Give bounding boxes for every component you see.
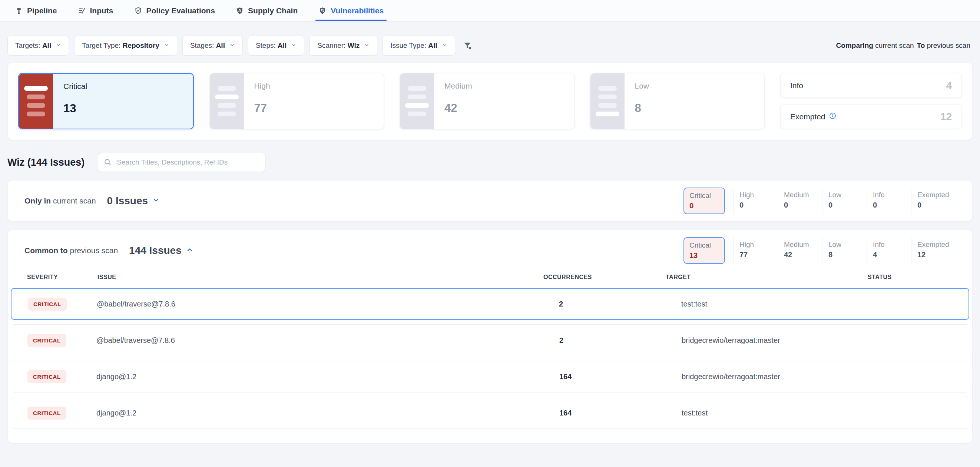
count-value: 0 bbox=[740, 201, 778, 210]
col-severity: SEVERITY bbox=[27, 274, 97, 281]
table-row[interactable]: CRITICAL @babel/traverse@7.8.6 2 bridgec… bbox=[11, 324, 969, 356]
count-exempted[interactable]: Exempted 0 bbox=[911, 187, 956, 214]
tab-label: Supply Chain bbox=[248, 6, 298, 15]
section-header: Only in current scan 0 Issues Critical 0… bbox=[8, 181, 972, 221]
tab-label: Vulnerabilities bbox=[331, 6, 383, 15]
filter-issue-type[interactable]: Issue Type: All bbox=[382, 36, 455, 56]
count-value: 0 bbox=[873, 201, 911, 210]
target-cell: bridgecrewio/terragoat:master bbox=[682, 372, 884, 381]
chevron-down-icon bbox=[152, 197, 160, 205]
search-input[interactable] bbox=[98, 153, 266, 172]
issue-cell: django@1.2 bbox=[96, 372, 559, 381]
count-value: 12 bbox=[917, 251, 956, 259]
severity-card-value: 42 bbox=[444, 102, 472, 115]
search-wrap bbox=[98, 153, 266, 172]
filter-steps[interactable]: Steps: All bbox=[248, 36, 304, 56]
scanner-heading: Wiz (144 Issues) bbox=[7, 157, 84, 168]
section-issues-toggle[interactable]: 144 Issues bbox=[129, 245, 194, 256]
count-info[interactable]: Info 4 bbox=[867, 237, 911, 264]
col-issue: ISSUE bbox=[97, 274, 543, 281]
tab-pipeline[interactable]: Pipeline bbox=[14, 0, 58, 21]
severity-card-critical[interactable]: Critical 13 bbox=[18, 73, 194, 129]
count-medium[interactable]: Medium 0 bbox=[778, 187, 822, 214]
count-info[interactable]: Info 0 bbox=[867, 187, 911, 214]
section-title: Only in current scan bbox=[24, 197, 96, 205]
count-high[interactable]: High 77 bbox=[733, 237, 778, 264]
count-value: 4 bbox=[873, 251, 911, 259]
count-value: 0 bbox=[917, 201, 956, 210]
count-label: Critical bbox=[689, 192, 719, 200]
severity-counts: Critical 0 High 0 Medium 0 Low 0 Info 0 … bbox=[684, 187, 956, 214]
severity-bars-icon bbox=[210, 73, 244, 129]
occurrences-cell: 164 bbox=[559, 372, 682, 381]
table-row[interactable]: CRITICAL @babel/traverse@7.8.6 2 test:te… bbox=[11, 288, 969, 320]
severity-card-medium[interactable]: Medium 42 bbox=[399, 73, 574, 129]
count-label: Critical bbox=[689, 241, 719, 249]
filter-scanner[interactable]: Scanner: Wiz bbox=[310, 36, 377, 56]
issue-cell: @babel/traverse@7.8.6 bbox=[96, 336, 559, 345]
count-low[interactable]: Low 0 bbox=[822, 187, 867, 214]
table-row[interactable]: CRITICAL django@1.2 164 bridgecrewio/ter… bbox=[11, 361, 969, 392]
count-value: 8 bbox=[829, 251, 867, 259]
count-exempted[interactable]: Exempted 12 bbox=[911, 237, 956, 264]
chevron-down-icon bbox=[364, 41, 369, 50]
issue-cell: @babel/traverse@7.8.6 bbox=[97, 300, 559, 308]
severity-card-label: Info bbox=[790, 81, 803, 90]
count-value: 13 bbox=[689, 251, 719, 260]
section-header: Common to previous scan 144 Issues Criti… bbox=[8, 230, 972, 271]
severity-summary: Critical 13 High 77 Medium 42 Low 8 I bbox=[7, 62, 973, 140]
scanner-row: Wiz (144 Issues) bbox=[7, 153, 973, 172]
tab-vulnerabilities[interactable]: Vulnerabilities bbox=[318, 0, 384, 21]
target-cell: bridgecrewio/terragoat:master bbox=[682, 336, 884, 345]
severity-card-info[interactable]: Info 4 bbox=[780, 73, 962, 98]
section-issues-count: 0 Issues bbox=[107, 195, 148, 207]
chevron-down-icon bbox=[442, 41, 447, 50]
filter-targets[interactable]: Targets: All bbox=[7, 36, 69, 56]
inputs-icon bbox=[78, 7, 86, 15]
tab-supply-chain[interactable]: Supply Chain bbox=[235, 0, 298, 21]
section-issues-count: 144 Issues bbox=[129, 245, 181, 256]
section-common-to-previous: Common to previous scan 144 Issues Criti… bbox=[7, 230, 973, 443]
tab-label: Inputs bbox=[90, 6, 113, 15]
count-value: 0 bbox=[829, 201, 867, 210]
chevron-up-icon bbox=[186, 246, 194, 255]
issue-cell: django@1.2 bbox=[96, 409, 559, 417]
severity-badge: CRITICAL bbox=[27, 407, 66, 419]
severity-card-value: 8 bbox=[635, 102, 649, 115]
chevron-down-icon bbox=[229, 41, 235, 50]
count-low[interactable]: Low 8 bbox=[822, 237, 867, 264]
count-label: Low bbox=[829, 191, 867, 199]
search-icon bbox=[104, 158, 111, 168]
severity-badge: CRITICAL bbox=[27, 334, 66, 347]
count-critical[interactable]: Critical 0 bbox=[684, 187, 725, 214]
filter-target-type[interactable]: Target Type: Repository bbox=[74, 36, 177, 56]
clear-filters-icon[interactable] bbox=[463, 41, 472, 51]
target-cell: test:test bbox=[681, 300, 883, 308]
count-label: High bbox=[740, 241, 778, 249]
count-label: Medium bbox=[784, 241, 822, 249]
occurrences-cell: 164 bbox=[559, 409, 682, 417]
severity-card-exempted[interactable]: Exempted 12 bbox=[780, 104, 962, 129]
count-critical[interactable]: Critical 13 bbox=[684, 237, 725, 264]
filter-stages[interactable]: Stages: All bbox=[182, 36, 243, 56]
table-body: CRITICAL @babel/traverse@7.8.6 2 test:te… bbox=[8, 288, 972, 443]
tab-policy-evaluations[interactable]: Policy Evaluations bbox=[134, 0, 216, 21]
table-row[interactable]: CRITICAL django@1.2 164 test:test bbox=[11, 397, 969, 429]
severity-card-high[interactable]: High 77 bbox=[209, 73, 384, 129]
count-label: Medium bbox=[784, 191, 822, 199]
severity-card-low[interactable]: Low 8 bbox=[590, 73, 765, 129]
count-medium[interactable]: Medium 42 bbox=[778, 237, 822, 264]
count-high[interactable]: High 0 bbox=[733, 187, 778, 214]
chevron-down-icon bbox=[164, 41, 169, 50]
severity-card-label: Exempted bbox=[790, 112, 836, 121]
severity-bars-icon bbox=[400, 73, 434, 129]
severity-card-value: 77 bbox=[254, 102, 270, 115]
filter-label: Steps: All bbox=[256, 41, 286, 50]
severity-card-value: 4 bbox=[946, 80, 952, 92]
section-issues-toggle[interactable]: 0 Issues bbox=[107, 195, 160, 207]
shield-check-icon bbox=[134, 7, 142, 15]
count-value: 0 bbox=[689, 202, 719, 210]
filter-label: Stages: All bbox=[190, 41, 225, 50]
count-label: Exempted bbox=[917, 241, 956, 249]
tab-inputs[interactable]: Inputs bbox=[77, 0, 114, 21]
